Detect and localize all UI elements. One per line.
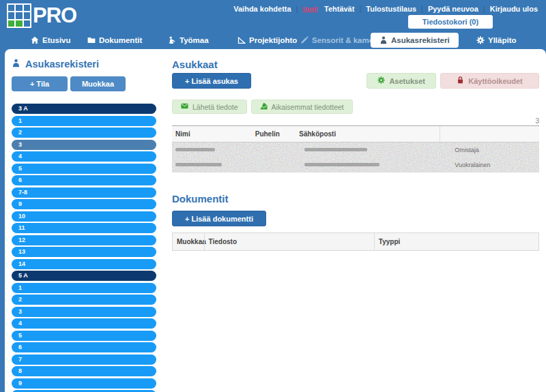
sidebar-unit-item[interactable]: 7-8 [12, 187, 156, 198]
space-list: 3 A1234567-8910111213145 A12345678910 [12, 104, 165, 392]
sidebar-unit-item[interactable]: 1 [12, 116, 156, 126]
sidebar-unit-item[interactable]: 2 [12, 127, 156, 138]
resident-role: Vuokralainen [455, 162, 490, 168]
person-icon [379, 36, 388, 44]
column-header: Tiedosto [204, 233, 374, 250]
envelope-open-icon [260, 102, 268, 111]
topbar-link-3[interactable]: Tulostustilaus [366, 5, 416, 13]
top-links: Vaihda kohdetta|Uusi!Tehtävät|Tulostusti… [233, 5, 538, 13]
content-panel: Asukasrekisteri + Tila Muokkaa 3 A123456… [5, 49, 546, 392]
lock-icon [457, 76, 464, 84]
sidebar-unit-item[interactable]: 2 [12, 295, 156, 305]
documents-title: Dokumentit [172, 193, 539, 205]
main-nav: EtusivuDokumentitTyömaaProjektijohtoSens… [0, 31, 546, 49]
column-header: Nimi [172, 126, 252, 142]
home-icon [31, 36, 39, 44]
sidebar-unit-item[interactable]: 6 [12, 342, 156, 352]
redacted-name [175, 148, 215, 151]
add-document-button[interactable]: + Lisää dokumentti [172, 211, 266, 226]
column-header: Puhelin [252, 126, 296, 142]
nav-label: Dokumentit [99, 36, 142, 44]
topbar-link-5[interactable]: Kirjaudu ulos [490, 5, 538, 13]
edit-spaces-button[interactable]: Muokkaa [70, 76, 126, 91]
sidebar-unit-item[interactable]: 12 [12, 235, 156, 245]
add-space-button[interactable]: + Tila [12, 76, 68, 91]
sidebar-unit-item[interactable]: 5 [12, 164, 156, 174]
residents-count: 3 [172, 117, 539, 125]
sidebar-unit-item[interactable]: 7 [12, 355, 156, 365]
nav-item-etusivu[interactable]: Etusivu [31, 36, 71, 44]
resident-role: Omistaja [455, 147, 479, 153]
sidebar-unit-item[interactable]: 9 [12, 378, 156, 389]
sidebar-unit-item[interactable]: 3 [12, 307, 156, 317]
send-bulletin-label: Lähetä tiedote [192, 103, 238, 111]
nav-label: Ylläpito [488, 36, 517, 44]
separator: | [296, 5, 298, 13]
top-header: PRO Vaihda kohdetta|Uusi!Tehtävät|Tulost… [0, 0, 546, 31]
add-resident-button[interactable]: + Lisää asukas [172, 73, 251, 89]
logo-grid-icon [7, 3, 31, 28]
separator: | [483, 5, 485, 13]
sidebar-unit-item[interactable]: 11 [12, 223, 156, 233]
sidebar-unit-item[interactable]: 5 [12, 331, 156, 341]
person-icon [12, 59, 20, 67]
new-badge: Uusi! [302, 5, 318, 12]
nav-label: Projektijohto [249, 36, 297, 44]
column-header: Sähköposti [296, 126, 440, 142]
envelope-icon [181, 102, 188, 110]
nav-item-yll-pito[interactable]: Ylläpito [476, 36, 517, 44]
column-header [440, 126, 539, 142]
worker-icon [168, 36, 176, 44]
sidebar-title-label: Asukasrekisteri [25, 59, 99, 70]
permissions-button[interactable]: Käyttöoikeudet [440, 73, 539, 89]
previous-bulletins-button[interactable]: Aikaisemmat tiedotteet [251, 100, 353, 114]
sidebar-unit-item[interactable]: 14 [12, 259, 156, 269]
topbar-link-4[interactable]: Pyydä neuvoa [428, 5, 478, 13]
sidebar-unit-item[interactable]: 13 [12, 247, 156, 257]
column-header: Tyyppi [374, 233, 538, 250]
sidebar-unit-item[interactable]: 9 [12, 199, 156, 209]
nav-label: Työmaa [179, 36, 209, 44]
residents-table-rows-redacted[interactable]: Omistaja Vuokralainen [172, 142, 539, 172]
sidebar-unit-item[interactable]: 6 [12, 175, 156, 185]
envelope-icon [181, 102, 188, 111]
folder-icon [87, 36, 96, 44]
sidebar-unit-item[interactable]: 4 [12, 151, 156, 162]
sidebar-unit-item[interactable]: 8 [12, 366, 156, 376]
nav-item-dokumentit[interactable]: Dokumentit [87, 36, 142, 44]
sidebar: Asukasrekisteri + Tila Muokkaa 3 A123456… [5, 49, 165, 392]
documents-table-header: MuokkaaTiedostoTyyppi [172, 232, 539, 251]
sidebar-unit-item[interactable]: 10 [12, 211, 156, 222]
redacted-email [304, 163, 379, 166]
send-bulletin-button[interactable]: Lähetä tiedote [172, 100, 247, 114]
topbar-link-1[interactable]: Vaihda kohdetta [233, 5, 291, 13]
sidebar-unit-item[interactable]: 3 [12, 140, 156, 150]
settings-button[interactable]: Asetukset [367, 73, 436, 89]
sidebar-unit-item[interactable]: 1 [12, 283, 156, 293]
app-logo[interactable]: PRO [7, 3, 76, 28]
sidebar-title: Asukasrekisteri [12, 59, 165, 70]
gear-icon [377, 76, 385, 85]
nav-item-projektijohto[interactable]: Projektijohto [238, 36, 297, 44]
nav-item-asukasrekisteri[interactable]: Asukasrekisteri [371, 33, 459, 48]
residents-table-header: NimiPuhelinSähköposti [172, 125, 539, 142]
separator: | [359, 5, 361, 13]
logo-text: PRO [33, 3, 76, 28]
nav-item-ty-maa[interactable]: Työmaa [168, 36, 209, 44]
person-icon [12, 59, 20, 70]
sidebar-unit-item[interactable]: 4 [12, 318, 156, 329]
redacted-name [175, 163, 222, 166]
sidebar-group-header[interactable]: 5 A [12, 271, 156, 281]
sidebar-group-header[interactable]: 3 A [12, 104, 156, 114]
lock-icon [457, 76, 464, 85]
file-basket-button[interactable]: Tiedostokori (0) [408, 15, 493, 29]
separator: | [421, 5, 423, 13]
topbar-link-2[interactable]: Tehtävät [324, 5, 354, 13]
drafting-icon [238, 36, 246, 44]
residents-title: Asukkaat [172, 59, 539, 70]
pencil-icon [300, 36, 308, 44]
nav-label: Asukasrekisteri [391, 36, 450, 44]
column-header: Muokkaa [173, 233, 204, 250]
main-content: Asukkaat + Lisää asukas Asetukset Käyttö… [165, 49, 546, 392]
permissions-label: Käyttöoikeudet [468, 77, 522, 85]
